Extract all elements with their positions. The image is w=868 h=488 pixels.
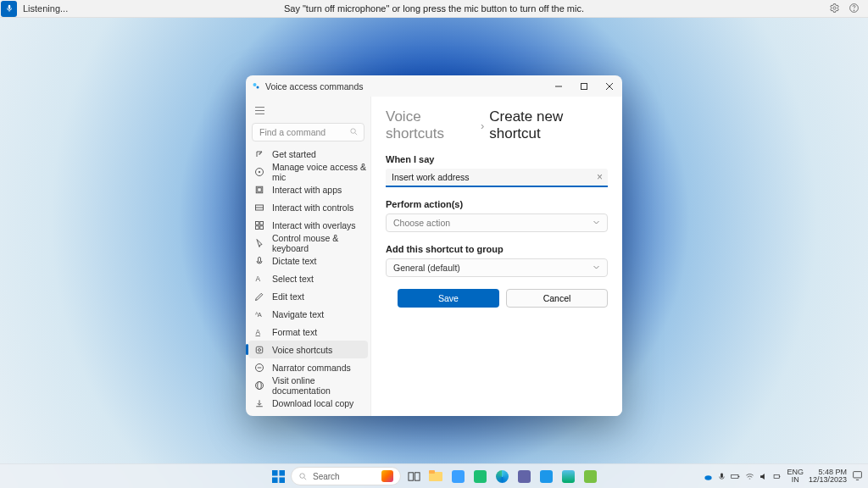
svg-rect-39: [279, 477, 285, 483]
sidebar-item-navigate-text[interactable]: ᴬANavigate text: [246, 305, 370, 323]
sidebar-item-download-local-copy[interactable]: Download local copy: [246, 394, 370, 412]
svg-point-40: [300, 473, 305, 478]
sidebar-item-interact-with-controls[interactable]: Interact with controls: [246, 198, 370, 216]
crumb-parent[interactable]: Voice shortcuts: [386, 108, 476, 142]
sidebar-item-edit-text[interactable]: Edit text: [246, 287, 370, 305]
svg-rect-20: [256, 221, 259, 225]
sidebar-icon: [254, 345, 264, 355]
chevron-right-icon: ›: [481, 119, 484, 132]
minimize-button[interactable]: [546, 75, 571, 97]
sidebar-icon: [254, 291, 264, 302]
sidebar-item-voice-shortcuts[interactable]: Voice shortcuts: [248, 341, 368, 358]
svg-rect-36: [272, 470, 278, 476]
sidebar-icon: [254, 363, 264, 373]
sidebar-item-label: Interact with overlays: [272, 220, 356, 230]
app-icon-5[interactable]: [581, 467, 599, 485]
sidebar-item-label: Format text: [272, 327, 317, 337]
sidebar-item-visit-online-documentation[interactable]: Visit online documentation: [246, 376, 370, 394]
taskbar-search[interactable]: Search: [291, 467, 401, 485]
svg-point-29: [259, 348, 261, 351]
sidebar-item-interact-with-overlays[interactable]: Interact with overlays: [246, 216, 370, 234]
sidebar-icon: [254, 149, 264, 159]
svg-rect-50: [775, 474, 780, 478]
crumb-current: Create new shortcut: [489, 108, 608, 142]
clear-icon[interactable]: ×: [597, 171, 603, 183]
settings-icon[interactable]: [829, 3, 840, 15]
sidebar-item-label: Get started: [272, 149, 316, 159]
sidebar-icon: [254, 256, 264, 266]
sidebar-icon: [254, 380, 264, 391]
sidebar-icon: [254, 185, 264, 195]
window-title: Voice access commands: [265, 81, 364, 92]
volume-icon: [759, 472, 768, 481]
explorer-icon[interactable]: [426, 467, 445, 485]
when-label: When I say: [386, 154, 608, 164]
close-button[interactable]: [597, 75, 622, 97]
svg-rect-48: [732, 474, 738, 478]
task-view-icon[interactable]: [404, 467, 423, 485]
sidebar-item-label: Download local copy: [272, 398, 353, 408]
chevron-down-icon: [593, 263, 600, 273]
app-icon-3[interactable]: [515, 467, 533, 485]
sidebar-item-control-mouse-keyboard[interactable]: Control mouse & keyboard: [246, 234, 370, 252]
sidebar-item-narrator-commands[interactable]: Narrator commands: [246, 358, 370, 376]
svg-rect-45: [429, 470, 435, 474]
maximize-button[interactable]: [571, 75, 597, 97]
svg-rect-24: [259, 257, 261, 262]
svg-point-12: [351, 129, 356, 134]
sidebar-item-select-text[interactable]: ASelect text: [246, 269, 370, 287]
sidebar-item-dictate-text[interactable]: Dictate text: [246, 252, 370, 269]
sidebar-item-format-text[interactable]: AFormat text: [246, 323, 370, 341]
search-highlight-icon: [381, 470, 393, 482]
battery-icon: [731, 472, 740, 481]
sidebar-item-label: Interact with apps: [272, 185, 342, 195]
save-button[interactable]: Save: [398, 289, 499, 308]
sidebar-item-interact-with-apps[interactable]: Interact with apps: [246, 180, 370, 198]
action-dropdown[interactable]: Choose action: [386, 214, 608, 232]
sidebar-item-label: Narrator commands: [272, 363, 351, 373]
store-icon[interactable]: [537, 467, 555, 485]
search-input[interactable]: [252, 123, 364, 141]
sidebar-item-label: Manage voice access & mic: [272, 162, 367, 182]
sidebar-item-manage-voice-access-mic[interactable]: Manage voice access & mic: [246, 163, 370, 180]
sidebar-icon: [254, 238, 264, 248]
language-indicator[interactable]: ENG IN: [787, 469, 804, 485]
notifications-icon[interactable]: [852, 470, 863, 483]
network-tray[interactable]: [745, 472, 782, 481]
sidebar: Get startedManage voice access & micInte…: [246, 97, 370, 416]
mic-button[interactable]: [1, 1, 17, 17]
sidebar-icon: ᴬA: [254, 309, 264, 319]
svg-rect-42: [408, 472, 413, 480]
svg-point-2: [854, 9, 854, 10]
sidebar-item-label: Visit online documentation: [272, 375, 367, 396]
help-icon[interactable]: [849, 3, 860, 15]
svg-text:A: A: [256, 275, 261, 283]
phrase-input[interactable]: [386, 169, 608, 187]
titlebar[interactable]: Voice access commands: [246, 75, 622, 97]
app-icon-1[interactable]: [448, 467, 467, 485]
search-icon: [349, 127, 359, 136]
svg-rect-51: [780, 475, 781, 476]
clock[interactable]: 5:48 PM 12/13/2023: [809, 469, 847, 485]
app-icon: [251, 80, 261, 92]
sidebar-icon: [254, 220, 264, 230]
svg-rect-17: [258, 187, 262, 191]
app-icon-2[interactable]: [470, 467, 489, 485]
svg-point-4: [257, 86, 259, 89]
svg-line-41: [304, 477, 306, 479]
group-dropdown[interactable]: General (default): [386, 258, 608, 277]
menu-icon[interactable]: [248, 100, 271, 120]
edge-icon[interactable]: [492, 467, 511, 485]
sidebar-icon: [254, 398, 264, 408]
app-icon-4[interactable]: [559, 467, 577, 485]
voice-commands-window: Voice access commands Get startedManage …: [246, 75, 622, 416]
svg-rect-23: [260, 225, 264, 229]
cancel-button[interactable]: Cancel: [506, 289, 608, 308]
group-label: Add this shortcut to group: [386, 244, 608, 254]
system-tray[interactable]: [704, 472, 740, 481]
svg-rect-28: [256, 347, 263, 353]
start-button[interactable]: [269, 467, 287, 485]
sidebar-icon: A: [254, 327, 264, 337]
sidebar-item-get-started[interactable]: Get started: [246, 145, 370, 163]
sidebar-item-label: Edit text: [272, 291, 304, 302]
